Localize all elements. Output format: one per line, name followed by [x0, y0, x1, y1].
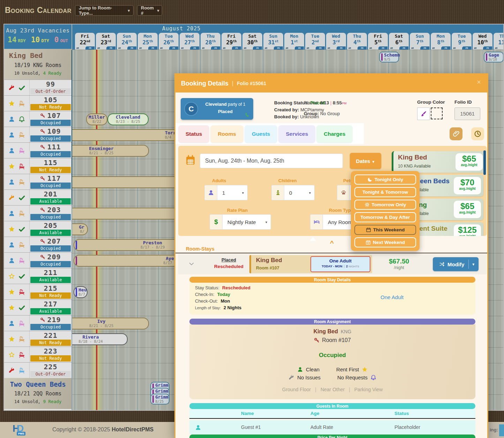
booking-bar-ivy[interactable]: Ivy8/21 - 8/25 [72, 318, 149, 329]
day-tab-tue-2[interactable]: Tue2ndAMPM [305, 33, 325, 50]
room-row-209[interactable]: 209Occupied [4, 252, 72, 268]
day-tab-mon-1[interactable]: Mon1stAMPM [284, 33, 304, 50]
adults-select[interactable]: 1▾ [204, 185, 248, 200]
day-tab-wed-27[interactable]: Wed27thAMPM [180, 33, 200, 50]
booking-bar-heu[interactable]: Heu8/7 [74, 286, 88, 298]
room-sidebar: Aug 23rd Vacancies 14RDY10DTY0OUT King B… [4, 24, 72, 410]
adults-value: 1 [222, 190, 225, 196]
day-tab-sun-24[interactable]: Sun24thAMPM [117, 33, 137, 50]
menu-option-tomorrow-day-after[interactable]: Tomorrow & Day After [354, 212, 416, 222]
tab-guests[interactable]: Guests [245, 125, 278, 143]
room-type-scrollbar[interactable] [483, 150, 486, 175]
room-row-211[interactable]: 211Available [4, 268, 72, 284]
day-tab-sat-6[interactable]: Sat6thAMPM [389, 33, 409, 50]
room-row-221[interactable]: 221Not Ready [4, 331, 72, 347]
room-row-105[interactable]: 105Not Ready [4, 95, 72, 111]
history-button[interactable] [471, 127, 484, 140]
day-tab-sun-7[interactable]: Sun7thAMPM [410, 33, 430, 50]
menu-option-tonight-only[interactable]: Tonight Only [354, 175, 416, 185]
day-tab-mon-8[interactable]: Mon8thAMPM [431, 33, 451, 50]
tab-rooms[interactable]: Rooms [210, 125, 243, 143]
room-row-223[interactable]: 223Not Ready [4, 347, 72, 362]
day-tab-wed-10[interactable]: Wed10thAMPM [473, 33, 492, 50]
collapse-icon[interactable]: ^ [330, 239, 334, 247]
room-row-219[interactable]: 219Occupied [4, 315, 72, 331]
day-tab-sun-31[interactable]: Sun31stAMPM [263, 33, 283, 50]
key-icon [40, 317, 45, 322]
room-type-section-king[interactable]: King Bed 18/19 KNG Rooms 10 Unsold, 4 Re… [4, 49, 72, 80]
day-tab-fri-22[interactable]: Fri22ndAMPM [75, 33, 95, 50]
day-tab-sat-30[interactable]: Sat30thAMPM [242, 33, 262, 50]
booking-bar-gage[interactable]: Gage9/10 [484, 52, 504, 62]
close-icon[interactable]: × [475, 78, 483, 87]
tab-status[interactable]: Status [178, 125, 209, 143]
booking-bar-ensminger[interactable]: Ensminger8/21 - 8/25 [72, 145, 149, 157]
room-number: 203 [30, 206, 72, 214]
menu-option-this-weekend[interactable]: This Weekend [354, 225, 416, 235]
day-tab-tue-9[interactable]: Tue9thAMPM [452, 33, 472, 50]
room-row-109[interactable]: 109Occupied [4, 127, 72, 142]
booking-bar-schemm[interactable]: Schemm9/5 [379, 52, 399, 62]
details-occupancy[interactable]: One Adult [381, 294, 404, 300]
booking-bar-room-117[interactable] [72, 176, 179, 188]
dates-button[interactable]: Dates▼ [350, 153, 381, 169]
room-row-117[interactable]: 117Occupied [4, 174, 72, 190]
day-tab-thu-4[interactable]: Thu4thAMPM [347, 33, 367, 50]
group-color-swatch[interactable] [417, 107, 430, 120]
room-state-icons [4, 111, 30, 127]
day-tab-thu-28[interactable]: Thu28thAMPM [201, 33, 220, 50]
room-row-217[interactable]: 217Available [4, 299, 72, 315]
room-row-205[interactable]: 205Available [4, 221, 72, 237]
room-row-215[interactable]: 215Not Ready [4, 284, 72, 299]
day-tab-fri-29[interactable]: Fri29thAMPM [221, 33, 241, 50]
folio-id-field[interactable]: 15061 [454, 107, 480, 120]
booking-bar-room-203[interactable] [72, 208, 179, 220]
room-number: 223 [30, 347, 72, 355]
day-tab-tue-26[interactable]: Tue26thAMPM [159, 33, 179, 50]
booking-bar-grimm[interactable]: Grimm8/25 [150, 394, 170, 404]
stay-occupancy-box[interactable]: One Adult Today - Mon|2 nights [310, 256, 370, 272]
day-tab-thu-11[interactable]: Thu11thAMPM [494, 33, 504, 50]
booking-bar-gr[interactable]: Gr8/ [72, 223, 88, 235]
room-row-207[interactable]: 207Occupied [4, 237, 72, 252]
guest-row[interactable]: Guest #1Adult RatePlaceholder [189, 420, 475, 434]
key-icon [40, 254, 45, 260]
room-type-card-king-bed[interactable]: King Bed10 KNG Available$65avg./night [392, 151, 485, 173]
tab-services[interactable]: Services [278, 125, 315, 143]
booking-bar-cleveland[interactable]: Cleveland8/23 - 8/25 [107, 113, 149, 125]
children-select[interactable]: 0▾ [271, 185, 315, 200]
modify-button[interactable]: Modify ▼ [433, 257, 479, 271]
room-row-99[interactable]: 99Out-Of-Order [4, 80, 72, 95]
room-stay-row[interactable]: Placed Rescheduled King Bed Room #107 On… [178, 254, 487, 274]
guest-card[interactable]: C Cleveland party of 1 Placed [181, 98, 253, 120]
menu-option-tomorrow-only[interactable]: Tomorrow Only [354, 200, 416, 210]
menu-option-next-weekend[interactable]: Next Weekend [354, 237, 416, 247]
room-row-115[interactable]: 115Not Ready [4, 158, 72, 174]
room-row-107[interactable]: 107Occupied [4, 111, 72, 127]
rate-plan-select[interactable]: $Nightly Rate▾ [210, 214, 271, 230]
booking-dates: 8/18 - 8/24 [78, 340, 103, 344]
booking-bar-torr[interactable]: Torr8/4 - [72, 129, 179, 141]
day-tab-fri-5[interactable]: Fri5thAMPM [368, 33, 388, 50]
menu-option-tonight-tomorrow[interactable]: Tonight & Tomorrow [354, 187, 416, 197]
assigned-room-type: King BedKNG [189, 328, 475, 335]
day-tab-mon-25[interactable]: Mon25thAMPM [138, 33, 158, 50]
room-row-225[interactable]: 225Out-Of-Order [4, 362, 72, 378]
room-type-section-queen[interactable]: Two Queen Beds 18/21 2QQ Rooms 14 Unsold… [4, 378, 72, 409]
chevron-down-icon[interactable]: ▼ [472, 262, 475, 266]
booking-bar-rivera[interactable]: Rivera8/18 - 8/24 [72, 333, 128, 345]
booking-bar-miller[interactable]: Miller8/22 [86, 113, 107, 125]
room-row-201[interactable]: 201Available [4, 190, 72, 205]
date-range-input[interactable]: Sun, Aug. 24th - Mon, Aug. 25th [200, 154, 343, 168]
room-number-select[interactable]: Room # ▾ [137, 5, 162, 16]
day-tab-wed-3[interactable]: Wed3rdAMPM [326, 33, 346, 50]
tab-charges[interactable]: Charges [316, 125, 353, 143]
room-type-jump-select[interactable]: Jump to Room-Type... ▾ [75, 5, 134, 16]
group-color-empty-swatch[interactable] [431, 107, 443, 119]
day-tab-sat-23[interactable]: Sat23rdAMPM [96, 33, 116, 50]
chevron-down-icon[interactable] [189, 261, 194, 267]
attachment-button[interactable] [450, 127, 462, 140]
stay-room-card[interactable]: King Bed Room #107 One Adult Today - Mon… [249, 255, 372, 273]
room-row-111[interactable]: 111Occupied [4, 142, 72, 158]
room-row-203[interactable]: 203Occupied [4, 205, 72, 221]
